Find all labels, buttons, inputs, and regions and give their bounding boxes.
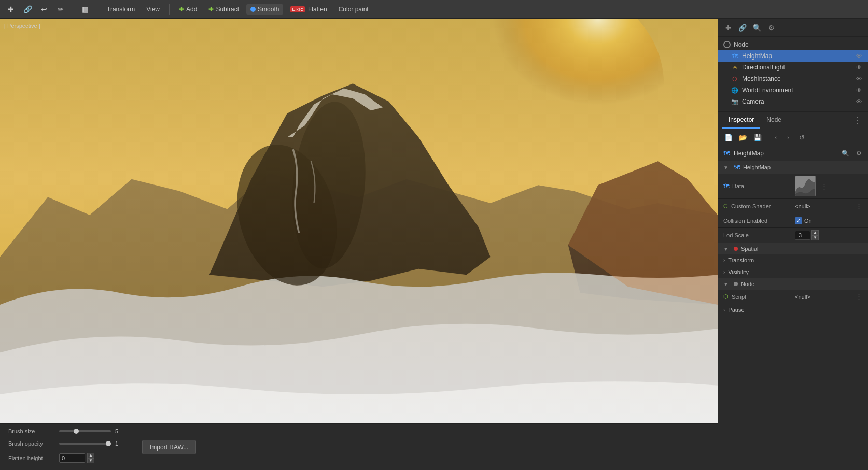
- directional-light-eye-icon[interactable]: 👁: [855, 63, 863, 72]
- inspector-search-icon[interactable]: 🔍: [840, 148, 850, 159]
- node-header-icon: [723, 41, 731, 48]
- brush-params: Brush size 5 Brush opacity 1 Flatten hei…: [8, 428, 125, 466]
- tab-node[interactable]: Node: [760, 112, 788, 129]
- world-environment-eye-icon[interactable]: 👁: [855, 86, 863, 94]
- undo-icon[interactable]: ↩: [37, 3, 51, 16]
- mesh-instance-label: MeshInstance: [742, 75, 851, 82]
- insp-sep: [767, 133, 767, 142]
- collision-enabled-checkbox[interactable]: ✓ On: [795, 217, 812, 224]
- section-node-arrow: ▼: [723, 281, 729, 287]
- link-scene-icon[interactable]: 🔗: [737, 22, 748, 33]
- brush-opacity-slider[interactable]: [59, 443, 111, 445]
- toolbar-sep-2: [97, 4, 97, 15]
- flatten-height-spin: ▲ ▼: [87, 453, 94, 463]
- inspector-node-row: 🗺 HeightMap 🔍 ⚙: [718, 146, 868, 161]
- insp-open-icon[interactable]: 📂: [737, 131, 749, 144]
- section-spatial-dot: [734, 247, 738, 251]
- lod-scale-spin-btns: ▲ ▼: [811, 230, 819, 240]
- tab-inspector[interactable]: Inspector: [722, 112, 760, 129]
- brush-size-row: Brush size 5: [8, 428, 125, 434]
- inspector-more-icon[interactable]: ⋮: [851, 113, 864, 127]
- pause-arrow: ›: [723, 307, 725, 313]
- inspector-panel: Inspector Node ⋮ 📄 📂 💾 ‹ › ↺ 🗺 HeightMap…: [718, 112, 868, 470]
- collision-enabled-label: Collision Enabled: [723, 218, 791, 224]
- brush-size-slider[interactable]: [59, 430, 111, 432]
- insp-save-icon[interactable]: 💾: [751, 131, 764, 144]
- insp-new-icon[interactable]: 📄: [722, 131, 735, 144]
- inspector-node-icon: 🗺: [722, 149, 731, 158]
- brush-size-thumb[interactable]: [74, 429, 79, 434]
- transform-button[interactable]: Transform: [103, 4, 139, 15]
- tree-header: Node: [718, 37, 868, 50]
- data-icon: 🗺: [723, 183, 729, 189]
- flatten-height-down[interactable]: ▼: [87, 458, 94, 463]
- mesh-instance-icon: ⬡: [731, 75, 739, 83]
- directional-light-label: DirectionalLight: [742, 64, 851, 71]
- add-node-icon[interactable]: ✚: [722, 22, 734, 33]
- lod-scale-value[interactable]: 3: [795, 231, 810, 240]
- view-button[interactable]: View: [142, 4, 164, 15]
- script-more-btn[interactable]: ⋮: [855, 293, 863, 301]
- tree-item-directional-light[interactable]: ✳ DirectionalLight 👁: [718, 62, 868, 73]
- bottom-bar: Brush size 5 Brush opacity 1 Flatten hei…: [0, 423, 718, 470]
- script-icon: ⬡: [723, 293, 729, 300]
- link-icon[interactable]: 🔗: [21, 3, 34, 16]
- search-icon[interactable]: 🔍: [751, 22, 763, 33]
- brush-opacity-label: Brush opacity: [8, 440, 55, 447]
- data-more-btn[interactable]: ⋮: [820, 182, 828, 190]
- lod-scale-up[interactable]: ▲: [811, 230, 819, 235]
- brush-opacity-row: Brush opacity 1: [8, 440, 125, 447]
- tree-item-mesh-instance[interactable]: ⬡ MeshInstance 👁: [718, 73, 868, 84]
- transform-arrow: ›: [723, 258, 725, 263]
- prop-custom-shader-row: ⬡ Custom Shader <null> ⋮: [718, 199, 868, 213]
- tree-item-world-environment[interactable]: 🌐 WorldEnvironment 👁: [718, 84, 868, 96]
- section-node-header[interactable]: ▼ Node: [718, 278, 868, 290]
- data-thumbnail-svg: [795, 176, 815, 196]
- camera-eye-icon[interactable]: 👁: [855, 97, 863, 106]
- heightmap-eye-icon[interactable]: 👁: [855, 52, 863, 60]
- scene-tree: Node 🗺 HeightMap 👁 ✳ DirectionalLight 👁 …: [718, 37, 868, 112]
- grid-icon[interactable]: ▦: [78, 3, 92, 16]
- flatten-button[interactable]: ERR: Flatten: [286, 4, 331, 15]
- viewport[interactable]: [ Perspective ]: [0, 19, 718, 423]
- smooth-button[interactable]: Smooth: [246, 4, 283, 15]
- add-button[interactable]: ✚ Add: [175, 4, 201, 15]
- settings-icon[interactable]: ⚙: [766, 22, 777, 33]
- insp-back-icon[interactable]: ‹: [771, 132, 781, 143]
- section-visibility[interactable]: › Visibility: [718, 266, 868, 278]
- section-visibility-label: Visibility: [728, 269, 749, 275]
- prop-collision-enabled-row: Collision Enabled ✓ On: [718, 213, 868, 228]
- mesh-instance-eye-icon[interactable]: 👁: [855, 75, 863, 83]
- custom-shader-more-btn[interactable]: ⋮: [855, 202, 863, 210]
- heightmap-label: HeightMap: [742, 52, 851, 60]
- section-spatial-header[interactable]: ▼ Spatial: [718, 243, 868, 254]
- flatten-height-input[interactable]: [59, 453, 85, 463]
- tree-item-camera[interactable]: 📷 Camera 👁: [718, 96, 868, 107]
- main-toolbar: ✚ 🔗 ↩ ✏ ▦ Transform View ✚ Add ✚ Subtrac…: [0, 0, 868, 19]
- redo-icon[interactable]: ✏: [54, 3, 67, 16]
- section-pause[interactable]: › Pause: [718, 304, 868, 316]
- toolbar-sep-1: [73, 4, 73, 15]
- section-spatial-label: Spatial: [741, 246, 759, 252]
- flatten-height-up[interactable]: ▲: [87, 453, 94, 458]
- lod-scale-down[interactable]: ▼: [811, 235, 819, 240]
- directional-light-icon: ✳: [731, 63, 739, 72]
- tree-item-heightmap[interactable]: 🗺 HeightMap 👁: [718, 50, 868, 62]
- data-thumbnail[interactable]: [795, 176, 816, 196]
- custom-shader-value: <null>: [795, 203, 850, 209]
- inspector-node-name: HeightMap: [734, 150, 837, 157]
- inspector-gear-icon[interactable]: ⚙: [853, 148, 864, 159]
- custom-shader-icon: ⬡: [723, 203, 728, 209]
- section-transform[interactable]: › Transform: [718, 254, 868, 266]
- import-raw-button[interactable]: Import RAW...: [142, 440, 196, 454]
- heightmap-icon: 🗺: [731, 52, 739, 60]
- brush-opacity-thumb[interactable]: [106, 441, 111, 446]
- insp-forward-icon[interactable]: ›: [783, 132, 793, 143]
- color-paint-button[interactable]: Color paint: [334, 4, 373, 15]
- section-node-label: Node: [741, 281, 754, 287]
- new-scene-icon[interactable]: ✚: [4, 3, 18, 16]
- collision-enabled-value: On: [804, 218, 812, 224]
- subtract-button[interactable]: ✚ Subtract: [204, 4, 243, 15]
- insp-history-icon[interactable]: ↺: [795, 131, 808, 144]
- section-heightmap-header[interactable]: ▼ 🗺 HeightMap: [718, 161, 868, 174]
